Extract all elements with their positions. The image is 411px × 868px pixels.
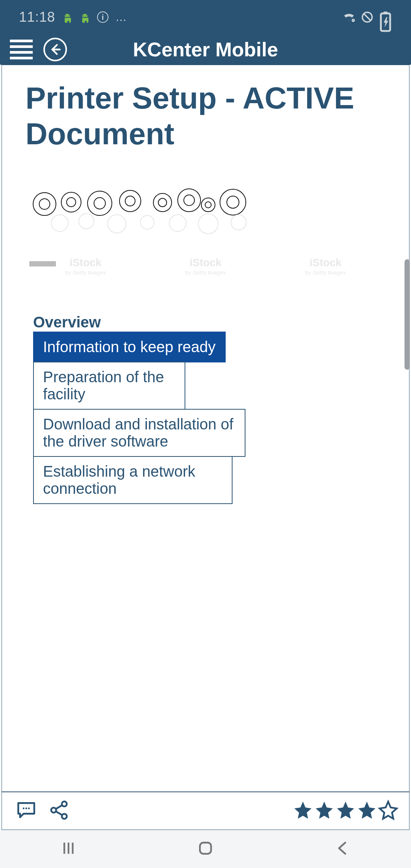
svg-point-10: [67, 198, 76, 207]
svg-point-8: [39, 199, 50, 209]
system-nav-bar: [0, 830, 411, 868]
svg-point-28: [198, 214, 218, 234]
svg-rect-5: [384, 11, 387, 13]
app-header: KCenter Mobile: [0, 34, 411, 65]
back-button[interactable]: [43, 38, 67, 61]
document-title: Printer Setup - ACTIVE Document: [25, 80, 386, 152]
recent-apps-button[interactable]: [60, 840, 77, 858]
android-icon: [62, 11, 73, 23]
watermark-row: iStockby Getty Images iStockby Getty Ima…: [25, 257, 386, 276]
watermark-sub: by Getty Images: [305, 270, 346, 276]
tab-label: Preparation of the facility: [43, 369, 164, 402]
svg-point-34: [62, 801, 67, 806]
svg-point-7: [33, 193, 56, 215]
app-title: KCenter Mobile: [133, 38, 278, 61]
hero-image: [25, 170, 254, 246]
share-button[interactable]: [48, 799, 70, 822]
svg-point-31: [25, 807, 27, 809]
star-icon[interactable]: [314, 800, 335, 822]
svg-point-29: [231, 215, 246, 230]
action-bar: [2, 791, 409, 830]
svg-point-16: [158, 198, 167, 207]
info-icon: i: [97, 11, 108, 23]
svg-point-32: [28, 807, 30, 809]
svg-point-19: [201, 198, 215, 212]
svg-line-3: [364, 14, 371, 21]
watermark-sub: by Getty Images: [185, 270, 226, 276]
content-frame: Printer Setup - ACTIVE Document: [2, 65, 409, 830]
intro-text: Have the following ready:: [25, 504, 386, 527]
svg-point-9: [61, 192, 81, 212]
svg-line-36: [56, 805, 62, 809]
svg-point-11: [88, 191, 112, 215]
overview-tabs: Information to keep ready Preparation of…: [25, 332, 386, 504]
svg-point-21: [220, 189, 246, 215]
status-bar: 11:18 i … +: [0, 0, 411, 34]
wifi-icon: +: [342, 11, 355, 24]
svg-point-20: [205, 202, 211, 208]
svg-rect-41: [200, 842, 211, 854]
svg-point-14: [125, 196, 135, 206]
status-time: 11:18: [19, 9, 55, 25]
tab-preparation-of-the-facility[interactable]: Preparation of the facility: [33, 362, 185, 410]
rating-stars[interactable]: [293, 800, 398, 822]
more-icon: …: [115, 11, 128, 24]
do-not-disturb-icon: [361, 11, 374, 24]
star-icon[interactable]: [357, 800, 377, 822]
svg-point-27: [169, 215, 186, 231]
tab-label: Establishing a network connection: [43, 463, 195, 497]
scrollbar-thumb[interactable]: [405, 259, 410, 370]
svg-point-25: [108, 215, 126, 233]
svg-point-23: [51, 215, 68, 231]
watermark-sub: by Getty Images: [65, 270, 106, 276]
svg-point-30: [23, 807, 25, 809]
svg-point-13: [119, 190, 141, 212]
watermark-text: iStock: [309, 257, 341, 269]
svg-text:+: +: [352, 19, 354, 22]
svg-point-12: [94, 198, 105, 209]
star-outline-icon[interactable]: [378, 800, 398, 822]
document-scroll-area[interactable]: Printer Setup - ACTIVE Document: [2, 65, 409, 527]
watermark-id-bar: [29, 261, 56, 266]
svg-point-17: [178, 189, 201, 212]
comment-button[interactable]: [16, 799, 37, 822]
svg-line-37: [56, 811, 62, 815]
svg-point-24: [79, 214, 94, 229]
svg-point-18: [184, 195, 194, 206]
star-icon[interactable]: [335, 800, 356, 822]
svg-point-26: [140, 215, 154, 229]
star-icon[interactable]: [293, 800, 313, 822]
tab-establishing-network-connection[interactable]: Establishing a network connection: [33, 456, 233, 504]
android-icon: [80, 11, 90, 23]
svg-point-35: [62, 814, 67, 819]
sys-back-button[interactable]: [334, 840, 351, 858]
watermark-text: iStock: [190, 257, 221, 269]
tab-download-installation-driver[interactable]: Download and installation of the driver …: [33, 409, 245, 457]
watermark-text: iStock: [70, 257, 102, 269]
hamburger-menu-button[interactable]: [10, 40, 33, 59]
status-right: +: [342, 11, 392, 24]
tab-information-to-keep-ready[interactable]: Information to keep ready: [33, 332, 226, 362]
svg-point-22: [227, 196, 239, 208]
home-button[interactable]: [197, 840, 214, 858]
battery-charging-icon: [379, 11, 392, 24]
status-left: 11:18 i …: [19, 9, 128, 25]
tab-label: Information to keep ready: [43, 338, 216, 355]
svg-point-15: [153, 193, 172, 212]
overview-heading: Overview: [25, 314, 386, 331]
tab-label: Download and installation of the driver …: [43, 416, 233, 450]
